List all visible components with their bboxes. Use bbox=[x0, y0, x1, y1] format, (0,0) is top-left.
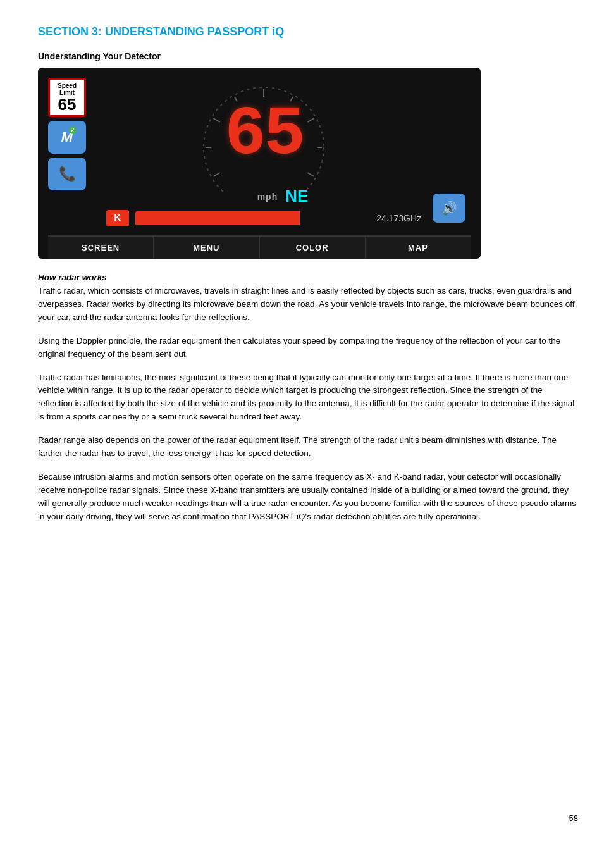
detector-screen: SpeedLimit 65 M ✓ 📞 bbox=[38, 68, 481, 259]
svg-line-7 bbox=[307, 118, 314, 122]
para-text-how-radar-works: Traffic radar, which consists of microwa… bbox=[38, 286, 574, 322]
para-title-how-radar-works: How radar works bbox=[38, 273, 107, 282]
detector-image: SpeedLimit 65 M ✓ 📞 bbox=[38, 68, 481, 259]
radar-band-badge: K bbox=[106, 210, 129, 226]
para-text-limitations: Traffic radar has limitations, the most … bbox=[38, 373, 574, 422]
para-text-range: Radar range also depends on the power of… bbox=[38, 435, 557, 458]
speed-limit-label: SpeedLimit bbox=[58, 82, 77, 96]
para-text-doppler: Using the Doppler principle, the radar e… bbox=[38, 336, 560, 359]
svg-line-1 bbox=[213, 173, 219, 176]
section-body: How radar works Traffic radar, which con… bbox=[38, 271, 578, 524]
section-title: SECTION 3: UNDERSTANDING PASSPORT iQ bbox=[38, 25, 578, 39]
sub-title: Understanding Your Detector bbox=[38, 51, 578, 61]
para-limitations: Traffic radar has limitations, the most … bbox=[38, 371, 578, 424]
speed-limit-sign: SpeedLimit 65 bbox=[48, 78, 86, 117]
volume-icon-btn[interactable]: 🔊 bbox=[433, 194, 465, 223]
speed-display: 65 bbox=[225, 100, 303, 170]
screen-button[interactable]: SCREEN bbox=[48, 237, 154, 259]
radar-bar-row: K 24.173GHz bbox=[100, 210, 428, 226]
radar-frequency: 24.173GHz bbox=[376, 213, 421, 223]
svg-line-3 bbox=[213, 118, 219, 122]
speedometer-ring: 65 bbox=[194, 78, 333, 192]
maps-icon-btn[interactable]: M ✓ bbox=[48, 121, 86, 154]
map-button[interactable]: MAP bbox=[366, 237, 471, 259]
screen-right-panel: 🔊 bbox=[428, 78, 471, 226]
mph-label: mph bbox=[257, 192, 278, 202]
volume-icon: 🔊 bbox=[441, 201, 457, 216]
radar-signal-bar bbox=[135, 211, 370, 225]
screen-left-panel: SpeedLimit 65 M ✓ 📞 bbox=[48, 78, 94, 226]
color-button[interactable]: COLOR bbox=[260, 237, 366, 259]
svg-line-9 bbox=[307, 173, 314, 176]
para-doppler: Using the Doppler principle, the radar e… bbox=[38, 335, 578, 361]
para-intrusion: Because intrusion alarms and motion sens… bbox=[38, 471, 578, 524]
menu-button[interactable]: MENU bbox=[154, 237, 259, 259]
page-number: 58 bbox=[569, 814, 578, 823]
maps-m-icon: M ✓ bbox=[61, 129, 73, 145]
phone-icon-btn[interactable]: 📞 bbox=[48, 158, 86, 190]
para-text-intrusion: Because intrusion alarms and motion sens… bbox=[38, 472, 576, 521]
screen-center: 65 mph NE K 24.173GHz bbox=[100, 78, 428, 226]
speed-limit-value: 65 bbox=[58, 96, 77, 113]
bottom-buttons-row: SCREEN MENU COLOR MAP bbox=[48, 235, 471, 259]
para-range: Radar range also depends on the power of… bbox=[38, 434, 578, 461]
phone-icon: 📞 bbox=[59, 166, 76, 182]
para-how-radar-works: How radar works Traffic radar, which con… bbox=[38, 271, 578, 325]
